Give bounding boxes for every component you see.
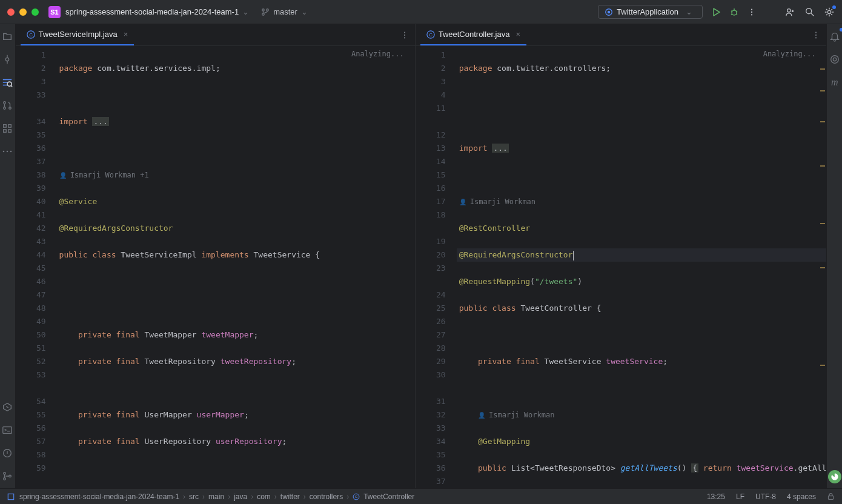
class-file-icon: C [27,30,35,39]
spring-icon[interactable] [828,470,841,483]
svg-point-39 [815,37,817,38]
svg-point-9 [787,8,791,12]
gutter-left: 1233334353637383940414243444546474849505… [16,46,57,488]
cursor-position[interactable]: 13:25 [707,492,725,501]
pull-requests-icon[interactable] [0,98,15,113]
readonly-lock-icon[interactable] [827,492,835,500]
run-config-icon [605,8,613,16]
gutter-right: 1234111213141516171819202324252627282930… [416,46,457,488]
file-encoding[interactable]: UTF-8 [755,492,776,501]
titlebar: S1 spring-assessment-social-media-jan-20… [0,0,842,24]
ai-assistant-icon[interactable] [827,52,842,67]
run-button[interactable] [711,7,721,17]
breadcrumb-segment[interactable]: java [234,492,247,501]
code-body-left[interactable]: package com.twitter.services.impl; ›impo… [57,46,415,488]
svg-point-0 [262,8,265,11]
search-icon[interactable] [804,7,815,18]
project-icon: S1 [48,6,61,18]
svg-text:C: C [355,495,358,499]
find-tool-icon[interactable] [0,75,15,90]
author-hint: Ismarji Workman [459,197,535,206]
main-layout: C TweetServiceImpl.java × Analyzing... 1… [0,24,842,488]
debug-button[interactable] [729,7,739,17]
left-tool-rail [0,24,16,488]
close-window-button[interactable] [7,8,15,16]
svg-point-41 [833,58,836,61]
close-tab-icon[interactable]: × [124,30,128,39]
project-name[interactable]: spring-assessment-social-media-jan-2024-… [65,7,239,16]
maven-icon[interactable]: m [827,75,842,90]
svg-point-1 [262,13,265,15]
services-tool-icon[interactable] [0,400,15,414]
editor-pane-left: C TweetServiceImpl.java × Analyzing... 1… [16,24,416,488]
svg-point-33 [404,34,405,35]
project-tool-icon[interactable] [0,29,15,44]
maximize-window-button[interactable] [31,8,39,16]
editor-pane-right: C TweetController.java × Analyzing... 12… [416,24,827,488]
author-hint: Ismarji Workman [478,411,554,419]
breadcrumb-segment[interactable]: twitter [280,492,300,501]
svg-rect-18 [8,125,11,128]
more-actions-icon[interactable] [748,8,756,16]
svg-point-4 [608,10,610,13]
svg-point-29 [9,475,12,477]
close-tab-icon[interactable]: × [515,30,520,39]
branch-icon [261,8,270,16]
chevron-down-icon[interactable]: ⌄ [301,7,308,16]
svg-rect-25 [3,427,12,434]
breadcrumb-segment[interactable]: main [208,492,224,501]
run-configuration-selector[interactable]: TwitterApplication ⌄ [598,5,703,19]
tab-tweet-service-impl[interactable]: C TweetServiceImpl.java × [21,24,134,45]
text-cursor [573,251,574,260]
code-area-right[interactable]: Analyzing... 123411121314151617181920232… [416,46,827,488]
svg-point-32 [404,31,405,33]
settings-icon[interactable] [824,7,835,18]
line-ending[interactable]: LF [736,492,744,501]
chevron-down-icon[interactable]: ⌄ [242,7,249,16]
minimize-window-button[interactable] [19,8,27,16]
svg-point-28 [4,478,6,480]
svg-point-8 [751,14,752,15]
terminal-tool-icon[interactable] [0,423,15,437]
breadcrumb[interactable]: spring-assessment-social-media-jan-2024-… [19,492,414,501]
tab-label: TweetController.java [439,30,510,39]
branch-name[interactable]: master [273,7,297,16]
status-bar: spring-assessment-social-media-jan-2024-… [0,488,842,504]
svg-point-7 [751,11,752,12]
svg-text:C: C [429,31,433,37]
vcs-tool-icon[interactable] [0,469,15,483]
indent-setting[interactable]: 4 spaces [787,492,816,501]
tab-more-icon[interactable] [400,31,409,39]
svg-point-37 [815,31,817,33]
svg-rect-42 [8,494,13,499]
more-tools-icon[interactable] [0,144,15,159]
code-area-left[interactable]: Analyzing... 123333435363738394041424344… [16,46,415,488]
breadcrumb-segment[interactable]: src [189,492,199,501]
chevron-down-icon: ⌄ [686,7,692,16]
module-icon [7,493,15,500]
svg-rect-17 [4,125,7,128]
svg-point-13 [7,82,12,86]
tab-more-icon[interactable] [812,31,820,39]
svg-point-21 [3,151,5,153]
svg-point-34 [404,37,405,38]
breadcrumb-segment[interactable]: spring-assessment-social-media-jan-2024-… [19,492,179,501]
tab-tweet-controller[interactable]: C TweetController.java × [420,24,526,45]
class-file-icon: C [353,493,360,500]
code-body-right[interactable]: package com.twitter.controllers; ›import… [457,46,827,488]
breadcrumb-segment[interactable]: TweetController [363,492,414,501]
code-with-me-icon[interactable] [785,7,796,18]
svg-point-2 [267,8,269,11]
commit-tool-icon[interactable] [0,52,15,67]
minimap-marks[interactable] [818,46,826,488]
breadcrumb-segment[interactable]: com [257,492,271,501]
svg-point-5 [732,10,737,15]
problems-tool-icon[interactable] [0,446,15,460]
notifications-icon[interactable] [827,29,842,44]
svg-point-38 [815,34,817,35]
structure-tool-icon[interactable] [0,121,15,136]
breadcrumb-segment[interactable]: controllers [310,492,343,501]
svg-point-12 [6,58,9,61]
tab-bar-right: C TweetController.java × [416,24,827,46]
right-tool-rail: m [826,24,842,488]
